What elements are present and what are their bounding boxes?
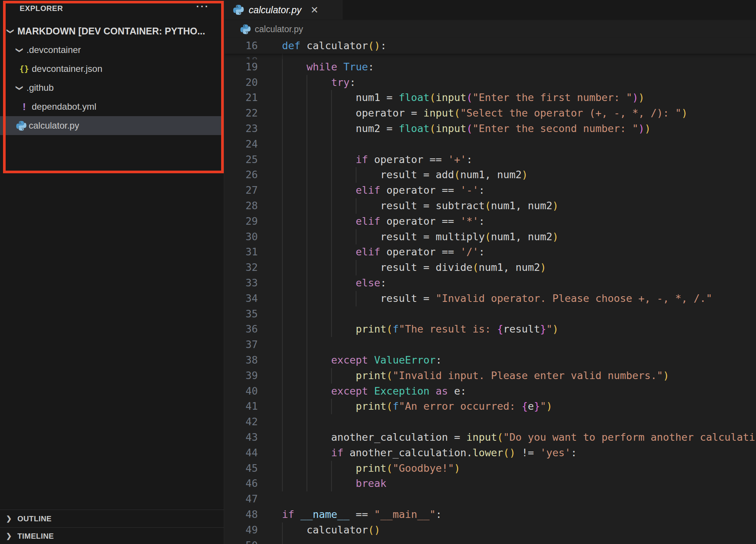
code-token: num1, num2: [479, 261, 540, 273]
tree-item-markdown-dev-container-pytho[interactable]: ❯MARKDOWN [DEV CONTAINER: PYTHO...: [0, 22, 224, 40]
code-token: [282, 154, 356, 165]
code-token: print: [356, 370, 386, 381]
indent-guide: [331, 260, 332, 275]
code-line-sticky-16[interactable]: 16def calculator():: [225, 38, 756, 54]
code-content: else:: [282, 275, 756, 291]
code-token: as: [435, 385, 448, 397]
indent-guide: [307, 167, 307, 183]
code-line-39[interactable]: 39 print("Invalid input. Please enter va…: [225, 368, 756, 384]
code-token: ): [552, 200, 558, 211]
code-line-28[interactable]: 28 result = subtract(num1, num2): [225, 198, 756, 214]
indent-guide: [307, 368, 307, 384]
code-line-45[interactable]: 45 print("Goodbye!"): [225, 461, 756, 476]
code-line-38[interactable]: 38 except ValueError:: [225, 353, 756, 368]
line-number: 20: [225, 75, 262, 90]
tree-item-devcontainer-json[interactable]: {}devcontainer.json: [0, 59, 224, 78]
line-number: 16: [225, 38, 262, 54]
indent-guide: [282, 152, 283, 168]
code-line-40[interactable]: 40 except Exception as e:: [225, 384, 756, 399]
line-number: 33: [225, 275, 262, 291]
code-line-42[interactable]: 42: [225, 414, 756, 430]
code-line-43[interactable]: 43 another_calculation = input("Do you w…: [225, 430, 756, 445]
line-number: 37: [225, 337, 262, 353]
code-token: calculator: [282, 524, 368, 536]
code-token: break: [356, 477, 386, 489]
tree-item-devcontainer[interactable]: ❯.devcontainer: [0, 40, 224, 59]
code-line-29[interactable]: 29 elif operator == '*':: [225, 214, 756, 229]
code-line-31[interactable]: 31 elif operator == '/':: [225, 244, 756, 260]
indent-guide: [331, 167, 332, 183]
code-token: "Select the operator (+, -, *, /): ": [460, 107, 681, 119]
indent-guide: [331, 399, 332, 414]
indent-guide: [356, 260, 356, 275]
close-icon[interactable]: ✕: [310, 5, 318, 15]
code-line-32[interactable]: 32 result = divide(num1, num2): [225, 260, 756, 275]
code-token: if: [282, 508, 294, 520]
code-line-44[interactable]: 44 if another_calculation.lower() != 'ye…: [225, 445, 756, 461]
code-content: num1 = float(input("Enter the first numb…: [282, 90, 756, 106]
code-token: "Enter the second number: ": [472, 123, 638, 134]
breadcrumb[interactable]: calculator.py: [225, 20, 756, 38]
code-lines[interactable]: 19 while True:20 try:21 num1 = float(inp…: [225, 59, 756, 544]
code-line-36[interactable]: 36 print(f"The result is: {result}"): [225, 322, 756, 337]
indent-guide: [307, 353, 307, 368]
code-content: def calculator():: [282, 38, 756, 54]
explorer-sidebar: EXPLORER ··· ❯MARKDOWN [DEV CONTAINER: P…: [0, 0, 224, 544]
code-line-26[interactable]: 26 result = add(num1, num2): [225, 167, 756, 183]
code-line-41[interactable]: 41 print(f"An error occurred: {e}"): [225, 399, 756, 414]
code-token: float: [399, 92, 429, 103]
more-actions-icon[interactable]: ···: [196, 0, 209, 13]
python-icon: [240, 24, 251, 34]
tree-item-github[interactable]: ❯.github: [0, 78, 224, 97]
line-number: 42: [225, 414, 262, 430]
code-content: try:: [282, 75, 756, 90]
code-token: }: [540, 323, 546, 335]
code-line-20[interactable]: 20 try:: [225, 75, 756, 90]
line-number: 40: [225, 384, 262, 399]
code-line-25[interactable]: 25 if operator == '+':: [225, 152, 756, 168]
indent-guide: [282, 291, 283, 306]
code-content: print(f"An error occurred: {e}"): [282, 399, 756, 414]
code-token: (: [485, 231, 491, 242]
partially-hidden-line: 18: [225, 54, 756, 59]
code-token: [368, 354, 374, 366]
code-line-49[interactable]: 49 calculator(): [225, 522, 756, 538]
tree-item-calculator-py[interactable]: calculator.py: [0, 116, 224, 135]
indent-guide: [282, 384, 283, 399]
code-line-22[interactable]: 22 operator = input("Select the operator…: [225, 106, 756, 121]
code-line-24[interactable]: 24: [225, 137, 756, 152]
code-line-34[interactable]: 34 result = "Invalid operator. Please ch…: [225, 291, 756, 306]
indent-guide: [331, 476, 332, 491]
braces-icon: {}: [17, 64, 32, 73]
code-content: except ValueError:: [282, 353, 756, 368]
indent-guide: [307, 461, 307, 476]
code-content: print(f"The result is: {result}"): [282, 322, 756, 337]
code-line-19[interactable]: 19 while True:: [225, 59, 756, 75]
timeline-section-header[interactable]: ❯ TIMELINE: [0, 527, 224, 544]
code-token: input: [423, 107, 454, 119]
tree-item-dependabot-yml[interactable]: !dependabot.yml: [0, 97, 224, 116]
code-line-30[interactable]: 30 result = multiply(num1, num2): [225, 229, 756, 245]
code-line-37[interactable]: 37: [225, 337, 756, 353]
code-line-21[interactable]: 21 num1 = float(input("Enter the first n…: [225, 90, 756, 106]
code-token: [282, 400, 356, 412]
sticky-scroll-line[interactable]: 16def calculator():: [225, 38, 756, 54]
code-line-47[interactable]: 47: [225, 491, 756, 507]
code-line-27[interactable]: 27 elif operator == '-':: [225, 183, 756, 198]
code-line-50[interactable]: 50: [225, 538, 756, 544]
code-line-35[interactable]: 35: [225, 306, 756, 322]
outline-section-header[interactable]: ❯ OUTLINE: [0, 510, 224, 527]
code-token: result = add: [282, 169, 454, 180]
tree-item-label: .devcontainer: [26, 45, 81, 55]
tab-calculator-py[interactable]: calculator.py ✕: [225, 0, 342, 20]
chevron-right-icon: ❯: [6, 514, 17, 523]
code-line-23[interactable]: 23 num2 = float(input("Enter the second …: [225, 121, 756, 137]
code-line-33[interactable]: 33 else:: [225, 275, 756, 291]
indent-guide: [282, 476, 283, 491]
code-line-46[interactable]: 46 break: [225, 476, 756, 491]
editor-area[interactable]: calculator.py ✕ calculator.py 16def calc…: [225, 0, 756, 544]
code-token: ): [540, 261, 546, 273]
indent-guide: [282, 244, 283, 260]
code-content: elif operator == '/':: [282, 244, 756, 260]
code-line-48[interactable]: 48if __name__ == "__main__":: [225, 507, 756, 522]
